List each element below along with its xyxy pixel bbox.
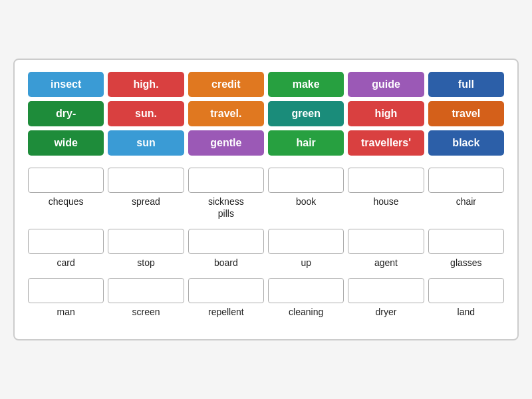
drop-label-r2-c2: stop [108, 257, 184, 269]
drop-label-r3-c2: screen [108, 306, 184, 318]
drop-label-r3-c6: land [428, 306, 504, 318]
word-tile-t6[interactable]: full [428, 72, 504, 97]
word-tile-t8[interactable]: sun. [108, 101, 184, 126]
drop-label-r2-c3: board [188, 257, 264, 269]
drop-box-r2-c1[interactable] [28, 229, 104, 254]
word-tile-t2[interactable]: high. [108, 72, 184, 97]
drop-label-r1-c1: cheques [28, 196, 104, 219]
drop-boxes-row-1 [28, 168, 504, 193]
word-tile-t4[interactable]: make [268, 72, 344, 97]
word-tile-t15[interactable]: gentle [188, 130, 264, 156]
drop-box-r3-c2[interactable] [108, 278, 184, 303]
drop-box-r2-c2[interactable] [108, 229, 184, 254]
drop-box-r1-c1[interactable] [28, 168, 104, 193]
drop-label-r3-c3: repellent [188, 306, 264, 318]
main-container: insecthigh.creditmakeguidefulldry-sun.tr… [13, 59, 519, 341]
drop-box-r3-c1[interactable] [28, 278, 104, 303]
word-tile-t16[interactable]: hair [268, 130, 344, 156]
drop-box-r3-c3[interactable] [188, 278, 264, 303]
drop-label-r1-c4: book [268, 196, 344, 219]
drop-label-r3-c1: man [28, 306, 104, 318]
drop-label-r1-c2: spread [108, 196, 184, 219]
drop-label-r1-c5: house [348, 196, 424, 219]
word-tile-t10[interactable]: green [268, 101, 344, 126]
word-tile-t12[interactable]: travel [428, 101, 504, 126]
drop-box-r2-c5[interactable] [348, 229, 424, 254]
drop-label-r2-c6: glasses [428, 257, 504, 269]
drop-label-r1-c6: chair [428, 196, 504, 219]
drop-box-r1-c4[interactable] [268, 168, 344, 193]
drop-labels-row-2: cardstopboardupagentglasses [28, 257, 504, 269]
drop-box-r3-c4[interactable] [268, 278, 344, 303]
drop-label-r2-c1: card [28, 257, 104, 269]
drop-section-1: chequesspreadsickness pillsbookhousechai… [28, 168, 504, 219]
drop-box-r2-c3[interactable] [188, 229, 264, 254]
drop-section-2: cardstopboardupagentglasses [28, 229, 504, 269]
word-tile-t13[interactable]: wide [28, 130, 104, 156]
word-tile-t9[interactable]: travel. [188, 101, 264, 126]
drop-box-r1-c5[interactable] [348, 168, 424, 193]
drop-box-r3-c6[interactable] [428, 278, 504, 303]
drop-label-r3-c4: cleaning [268, 306, 344, 318]
drop-boxes-row-2 [28, 229, 504, 254]
drop-boxes-row-3 [28, 278, 504, 303]
drop-label-r1-c3: sickness pills [188, 196, 264, 219]
tiles-grid: insecthigh.creditmakeguidefulldry-sun.tr… [28, 72, 504, 156]
drop-box-r1-c6[interactable] [428, 168, 504, 193]
drop-box-r1-c3[interactable] [188, 168, 264, 193]
word-tile-t3[interactable]: credit [188, 72, 264, 97]
drop-box-r3-c5[interactable] [348, 278, 424, 303]
drop-label-r2-c5: agent [348, 257, 424, 269]
word-tile-t14[interactable]: sun [108, 130, 184, 156]
word-tile-t11[interactable]: high [348, 101, 424, 126]
drop-labels-row-1: chequesspreadsickness pillsbookhousechai… [28, 196, 504, 219]
word-tile-t17[interactable]: travellers' [348, 130, 424, 156]
drop-labels-row-3: manscreenrepellentcleaningdryerland [28, 306, 504, 318]
drop-box-r2-c4[interactable] [268, 229, 344, 254]
word-tile-t1[interactable]: insect [28, 72, 104, 97]
drop-label-r3-c5: dryer [348, 306, 424, 318]
drop-section-3: manscreenrepellentcleaningdryerland [28, 278, 504, 318]
drop-box-r1-c2[interactable] [108, 168, 184, 193]
word-tile-t5[interactable]: guide [348, 72, 424, 97]
drop-box-r2-c6[interactable] [428, 229, 504, 254]
drop-label-r2-c4: up [268, 257, 344, 269]
word-tile-t7[interactable]: dry- [28, 101, 104, 126]
word-tile-t18[interactable]: black [428, 130, 504, 156]
